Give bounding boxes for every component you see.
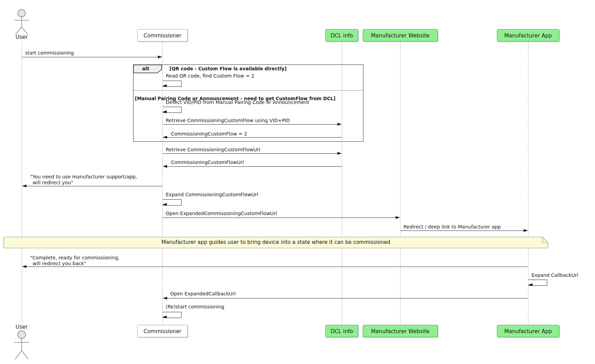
message-retrieve-customflowurl: Retrieve CommissioningCustomFlowUrl bbox=[166, 147, 260, 152]
arrow-customflow-value bbox=[165, 137, 342, 138]
message-open-expanded-customflowurl: Open ExpandedCommissioningCustomFlowUrl bbox=[166, 211, 277, 216]
arrowhead bbox=[396, 216, 400, 219]
lifeline-user bbox=[22, 42, 22, 325]
participant-manufacturer-app-bottom: Manufacturer App bbox=[497, 325, 559, 337]
arrow-customflowurl bbox=[165, 166, 342, 167]
participant-dcl-info-bottom: DCL info bbox=[325, 325, 358, 337]
participant-dcl-info-top: DCL info bbox=[325, 29, 358, 42]
message-need-manufacturer-support-line2: will redirect you" bbox=[33, 180, 73, 185]
message-customflow-value: CommissioningCustomFlow = 2 bbox=[171, 131, 247, 137]
message-complete-ready-line2: will redirect you back" bbox=[33, 261, 86, 266]
message-retrieve-customflow: Retrieve CommissioningCustomFlow using V… bbox=[166, 118, 290, 123]
message-complete-ready-line1: "Complete, ready for commissioning, bbox=[30, 255, 119, 260]
message-expand-customflowurl: Expand CommissioningCustomFlowUrl bbox=[166, 192, 258, 197]
message-redirect-deep-link: Redirect / deep link to Manufacturer app bbox=[404, 224, 501, 230]
message-start-commissioning: start commissioning bbox=[25, 50, 74, 56]
arrow-need-manufacturer-support bbox=[24, 186, 162, 186]
message-need-manufacturer-support-line1: "You need to use manufacturer support/ap… bbox=[30, 174, 137, 179]
arrowhead bbox=[163, 297, 167, 300]
arrowhead bbox=[337, 152, 342, 155]
participant-manufacturer-website-bottom: Manufacturer Website bbox=[363, 325, 438, 337]
arrowhead bbox=[162, 110, 167, 113]
message-read-qr-code: Read QR code, find Custom Flow = 2 bbox=[166, 73, 254, 79]
arrowhead bbox=[163, 136, 167, 139]
message-detect-vid-pid: Detect VID/PID from Manual Pairing Code … bbox=[166, 99, 309, 105]
arrow-start-commissioning bbox=[22, 57, 159, 57]
arrow-retrieve-customflowurl bbox=[163, 153, 338, 154]
arrowhead bbox=[162, 84, 167, 87]
arrowhead bbox=[22, 265, 26, 268]
arrowhead bbox=[162, 203, 167, 206]
actor-user-bottom-label: User bbox=[11, 324, 32, 330]
arrow-retrieve-customflow bbox=[163, 124, 338, 125]
lifeline-manufacturer-website bbox=[400, 42, 400, 325]
arrowhead bbox=[158, 56, 162, 58]
message-expand-callbackurl: Expand CallbackUrl bbox=[532, 272, 578, 278]
arrowhead bbox=[22, 185, 26, 187]
actor-user-top-label: User bbox=[11, 34, 32, 40]
arrow-redirect-deep-link bbox=[400, 231, 524, 231]
arrow-open-expanded-customflowurl bbox=[163, 218, 396, 218]
participant-manufacturer-app-top: Manufacturer App bbox=[497, 29, 559, 42]
arrowhead bbox=[528, 283, 533, 286]
note-text: Manufacturer app guides user to bring de… bbox=[3, 239, 548, 245]
actor-user-bottom-icon bbox=[14, 330, 29, 361]
arrowhead bbox=[524, 229, 528, 232]
arrowhead bbox=[163, 165, 167, 168]
alt-guard-1: [QR code - Custom Flow is available dire… bbox=[170, 66, 287, 71]
arrow-open-expanded-callbackurl bbox=[165, 298, 528, 298]
message-restart-commissioning: (Re)start commissioning bbox=[166, 304, 224, 309]
alt-divider bbox=[133, 90, 362, 91]
participant-manufacturer-website-top: Manufacturer Website bbox=[363, 29, 438, 42]
message-open-expanded-callbackurl: Open ExpandedCallbackUrl bbox=[170, 291, 236, 296]
sequence-diagram: User User Commissioner DCL info Manufact… bbox=[0, 0, 595, 364]
participant-commissioner-bottom: Commissioner bbox=[137, 325, 188, 337]
participant-commissioner-top: Commissioner bbox=[137, 29, 188, 42]
arrowhead bbox=[162, 316, 167, 318]
arrowhead bbox=[337, 123, 342, 126]
actor-user-top-icon bbox=[14, 9, 29, 35]
alt-operator-label: alt bbox=[142, 66, 149, 71]
message-customflowurl: CommissioningCustomFlowUrl bbox=[171, 160, 244, 165]
arrow-complete-ready bbox=[24, 267, 528, 267]
